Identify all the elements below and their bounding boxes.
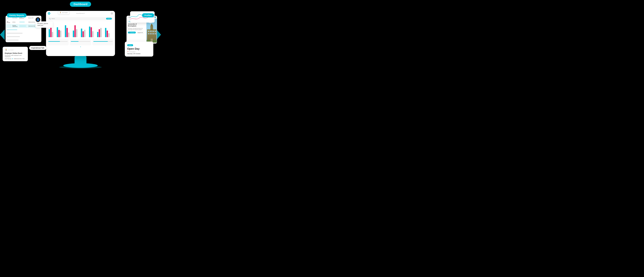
stand-shadow <box>59 66 102 69</box>
table-row <box>6 39 41 42</box>
main-scene: Dashboard Gatsby Reports Profiles 🏃 GATS… <box>0 0 161 69</box>
image-overlay <box>146 31 157 43</box>
gatsby-card-logo: 🏃 GATSBY <box>5 49 26 51</box>
search-input[interactable] <box>52 18 105 19</box>
dot-separator <box>12 58 13 59</box>
mini-card-2 <box>70 39 91 45</box>
mini-bar-fill <box>71 41 78 42</box>
search-button[interactable]: Search <box>106 18 112 20</box>
online-badge: Online <box>127 44 133 46</box>
runner-icon: 🏃 <box>60 12 62 14</box>
mini-bar <box>93 41 112 42</box>
bookmark-icon: 🔖 <box>129 32 130 33</box>
uni-name: University of Birmingham <box>128 23 145 27</box>
bar-pink <box>74 25 76 37</box>
location-text: Birmingham <box>129 51 136 53</box>
table-row <box>6 28 41 31</box>
gatsby-runner-small-icon: 🏃 <box>5 49 8 51</box>
greeting-bubble: 👤 Hi Carlos, great to meet you! <box>36 17 53 28</box>
person-icon: 👤 <box>36 18 40 21</box>
bar-pink <box>107 31 108 37</box>
bar-group <box>97 28 104 37</box>
bar-pink <box>82 31 84 37</box>
gatsby-logo-text: GATSBY <box>62 12 68 13</box>
cell-benchmark <box>18 24 27 28</box>
profiles-label: Profiles <box>142 13 154 18</box>
bar-gray <box>52 32 53 37</box>
mini-bar <box>71 41 90 42</box>
bar-gray <box>68 33 69 37</box>
greeting-text: Hi Carlos, great to meet you! <box>38 23 48 26</box>
bar-gray <box>92 31 94 37</box>
bar-gray <box>60 31 61 37</box>
request-info-button[interactable]: Request Info <box>136 32 144 34</box>
bar-teal <box>89 27 90 37</box>
bar-gray <box>100 28 102 37</box>
cell-event: HE Fair <box>12 20 18 24</box>
dash-logo-inner <box>48 13 50 14</box>
mini-card-3 <box>92 39 114 45</box>
gatsby-monitor-logo: 🏃 GATSBY <box>58 11 70 14</box>
dash-header: Dashboard <box>46 11 115 16</box>
dash-logo <box>48 12 50 15</box>
speech-bubble: Hi Carlos, great to meet you! <box>36 21 53 28</box>
employer-card: 🏃 GATSBY Employer Online Event Encounter… <box>3 47 28 61</box>
bar-teal <box>65 25 66 37</box>
bar-teal <box>105 28 106 37</box>
gatsby-logo-small-text: GATSBY <box>8 49 14 51</box>
cell-event: Employer Online Event <box>12 24 18 28</box>
stand-neck <box>74 56 86 64</box>
bar-teal <box>81 29 82 37</box>
mini-bar-fill <box>93 41 108 42</box>
svg-rect-17 <box>150 26 153 30</box>
open-day-location: 📍 Birmingham <box>127 51 151 53</box>
open-day-date: Saturday 17th October <box>127 53 151 55</box>
mini-bar-fill <box>48 41 60 42</box>
table-row <box>6 32 41 35</box>
inspirational-talk-label: Inspirational Talk <box>29 46 46 50</box>
employer-date: 21st February <box>5 58 11 59</box>
bar-teal <box>97 32 98 37</box>
bar-pink <box>90 27 92 37</box>
student-id: Y89401421471B; Y894... <box>14 58 25 59</box>
col-upn: Student UPN <box>28 16 36 20</box>
avatar: 👤 <box>36 17 40 22</box>
employer-date-row: 21st February Y89401421471B; Y894... <box>5 58 26 59</box>
bar-group <box>65 25 72 37</box>
bar-teal <box>49 29 50 37</box>
employer-card-desc: Encounters with employers and employees. <box>5 55 26 57</box>
uni-actions: 🔖 Bookmark Request Info <box>128 32 145 34</box>
gatsby-reports-label: Gatsby Reports <box>7 13 26 18</box>
bookmark-label: Bookmark <box>130 32 135 33</box>
dash-avatar <box>111 12 113 15</box>
uni-description: Persuasive, persistent and bold. We enco… <box>128 28 145 31</box>
table-row <box>6 42 41 42</box>
dashboard-content: Dashboard 🔍 Search <box>46 11 115 56</box>
bar-pink <box>99 29 100 37</box>
cell-upn: Y894211214O1A; <box>28 20 36 24</box>
cell-upn: Y894O1421471B; <box>28 24 36 28</box>
bar-group <box>89 27 96 37</box>
bar-group <box>81 29 88 37</box>
bar-pink <box>66 28 68 37</box>
open-day-title: Open Day <box>127 47 151 50</box>
bar-group <box>57 27 64 37</box>
bar-gray <box>76 29 77 37</box>
cell-date <box>6 24 12 28</box>
bar-gray <box>84 30 86 37</box>
bar-pink <box>58 30 60 37</box>
arrow-right-decoration <box>156 29 161 40</box>
chevron-icon: ▾ <box>46 46 115 48</box>
bar-teal <box>57 27 58 37</box>
bar-teal <box>73 31 74 37</box>
mini-bar <box>48 41 68 42</box>
search-bar[interactable]: 🔍 Search <box>48 17 113 20</box>
mini-card-1 <box>47 39 69 45</box>
open-day-card: Online Open Day 📍 Birmingham Saturday 17… <box>125 42 153 57</box>
cell-benchmark <box>18 20 27 24</box>
employer-card-title: Employer Online Event <box>5 52 26 54</box>
bar-group <box>105 28 112 37</box>
bar-chart <box>47 21 114 39</box>
arrow-left-decoration <box>0 29 5 40</box>
bookmark-button[interactable]: 🔖 Bookmark <box>128 32 136 34</box>
